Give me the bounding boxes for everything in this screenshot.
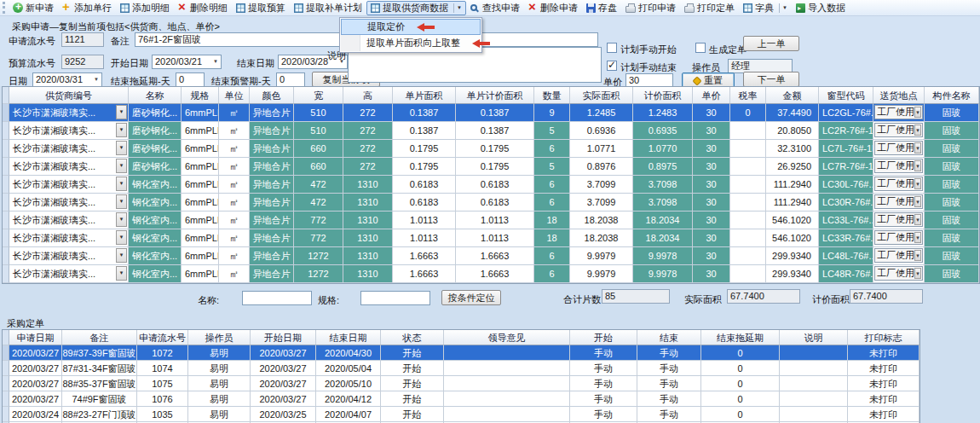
grid-cell[interactable]: 0.6183 bbox=[456, 176, 534, 194]
grid-cell[interactable]: 3.7099 bbox=[570, 176, 633, 194]
grid-cell[interactable]: 工厂使用▼ bbox=[873, 104, 925, 122]
table-row[interactable]: ▼长沙市潇湘玻璃实...钢化室内...6mmPLE...㎡异地合片1272131… bbox=[3, 265, 979, 283]
ship-location-select[interactable]: 工厂使用▼ bbox=[874, 194, 923, 209]
toolbar-button-9[interactable]: 存盘 bbox=[582, 1, 621, 15]
grid-cell[interactable]: 30 bbox=[693, 229, 730, 247]
column-header[interactable]: 领导意见 bbox=[444, 330, 570, 345]
grid-cell[interactable]: 1.6663 bbox=[393, 265, 456, 283]
grid-cell[interactable]: 1310 bbox=[343, 265, 393, 283]
grid-cell[interactable]: ▼长沙市潇湘玻璃实... bbox=[9, 194, 129, 212]
grid-cell[interactable]: ㎡ bbox=[219, 212, 250, 229]
request-no-field[interactable]: 1121 bbox=[61, 32, 104, 47]
toolbar-button-2[interactable]: 添加明细 bbox=[116, 1, 174, 15]
toolbar-button-5[interactable]: 提取补单计划 bbox=[290, 1, 366, 15]
grid-cell[interactable]: 异地合片 bbox=[250, 194, 294, 212]
chevron-down-icon[interactable]: ▼ bbox=[116, 266, 127, 281]
grid-cell[interactable] bbox=[730, 229, 766, 247]
grid-cell[interactable] bbox=[780, 376, 848, 391]
grid-cell[interactable]: 6mmPLE... bbox=[182, 247, 219, 265]
grid-cell[interactable]: 26.9250 bbox=[766, 158, 819, 176]
end-warn-field[interactable]: 0 bbox=[276, 72, 305, 87]
grid-cell[interactable]: 固玻 bbox=[925, 140, 979, 158]
grid-cell[interactable]: 30 bbox=[693, 104, 730, 122]
grid-cell[interactable]: 88#23-27F门顶玻 bbox=[62, 407, 137, 422]
chevron-down-icon[interactable]: ▼ bbox=[116, 105, 127, 119]
ship-location-select[interactable]: 工厂使用▼ bbox=[874, 123, 923, 137]
grid-cell[interactable]: 0.6183 bbox=[393, 194, 456, 212]
chevron-down-icon[interactable]: ▼ bbox=[914, 268, 921, 279]
grid-cell[interactable]: 工厂使用▼ bbox=[873, 265, 925, 283]
grid-cell[interactable] bbox=[444, 407, 570, 422]
ship-location-select[interactable]: 工厂使用▼ bbox=[874, 177, 923, 191]
date-select[interactable]: 2020/03/31▼ bbox=[32, 72, 102, 87]
grid-cell[interactable]: 9.9979 bbox=[570, 265, 633, 283]
table-row[interactable]: ▼长沙市潇湘玻璃实...磨砂钢化...6mmPLE...㎡异地合片6602720… bbox=[3, 158, 979, 176]
grid-cell[interactable]: 0.8976 bbox=[570, 158, 633, 176]
grid-cell[interactable]: 0.1795 bbox=[456, 158, 534, 176]
grid-cell[interactable] bbox=[780, 391, 848, 407]
grid-cell[interactable]: LC33L-76#... bbox=[819, 212, 873, 229]
grid-cell[interactable]: ㎡ bbox=[219, 122, 250, 140]
grid-cell[interactable]: 9.9978 bbox=[633, 247, 693, 265]
ship-location-select[interactable]: 工厂使用▼ bbox=[874, 212, 923, 227]
chevron-down-icon[interactable]: ▼ bbox=[92, 73, 99, 86]
column-header[interactable]: 送货地点 bbox=[873, 87, 925, 104]
column-header[interactable]: 计价面积 bbox=[633, 87, 693, 104]
grid-cell[interactable]: 0.1387 bbox=[456, 122, 534, 140]
grid-cell[interactable]: 2020/03/27 bbox=[251, 361, 316, 376]
grid-cell[interactable] bbox=[780, 407, 848, 422]
row-selector-gutter[interactable] bbox=[3, 140, 9, 158]
budget-no-field[interactable]: 9252 bbox=[61, 55, 104, 69]
column-header[interactable]: 开始 bbox=[570, 330, 637, 345]
grid-cell[interactable]: 37.4490 bbox=[766, 104, 819, 122]
column-header[interactable]: 申请流水号 bbox=[137, 330, 188, 345]
grid-cell[interactable]: 钢化室内... bbox=[129, 265, 182, 283]
chevron-down-icon[interactable]: ▼ bbox=[116, 194, 127, 209]
grid-cell[interactable]: 272 bbox=[343, 122, 393, 140]
chevron-down-icon[interactable]: ▼ bbox=[116, 141, 127, 155]
grid-cell[interactable]: 工厂使用▼ bbox=[873, 212, 925, 229]
row-selector-gutter[interactable] bbox=[3, 376, 9, 391]
grid-cell[interactable]: 6mmPLE... bbox=[182, 194, 219, 212]
grid-cell[interactable]: 开始 bbox=[381, 391, 444, 407]
grid-cell[interactable]: 钢化室内... bbox=[129, 194, 182, 212]
grid-cell[interactable]: 1076 bbox=[137, 391, 188, 407]
column-header[interactable]: 结束 bbox=[637, 330, 701, 345]
grid-cell[interactable]: 0 bbox=[701, 376, 780, 391]
chevron-down-icon[interactable]: ▼ bbox=[914, 160, 921, 171]
column-header[interactable]: 单位 bbox=[219, 87, 250, 104]
row-selector-gutter[interactable] bbox=[3, 391, 9, 407]
grid-cell[interactable]: 磨砂钢化... bbox=[129, 122, 182, 140]
grid-cell[interactable]: 异地合片 bbox=[250, 176, 294, 194]
grid-cell[interactable]: 30 bbox=[693, 158, 730, 176]
grid-cell[interactable]: 0.1387 bbox=[393, 104, 456, 122]
grid-cell[interactable]: 1072 bbox=[137, 345, 188, 361]
column-header[interactable]: 申请日期 bbox=[9, 330, 62, 345]
grid-cell[interactable]: 磨砂钢化... bbox=[129, 104, 182, 122]
grid-cell[interactable]: 472 bbox=[294, 194, 343, 212]
toolbar-button-6[interactable]: 提取供货商数据▼ bbox=[366, 1, 466, 15]
grid-cell[interactable]: 510 bbox=[294, 122, 343, 140]
grid-cell[interactable]: 2020/05/04 bbox=[316, 361, 381, 376]
grid-cell[interactable]: 异地合片 bbox=[250, 212, 294, 229]
grid-cell[interactable]: 异地合片 bbox=[250, 104, 294, 122]
row-selector-gutter[interactable] bbox=[3, 104, 9, 122]
grid-cell[interactable] bbox=[730, 265, 766, 283]
grid-cell[interactable]: ▼长沙市潇湘玻璃实... bbox=[9, 176, 129, 194]
grid-cell[interactable]: 工厂使用▼ bbox=[873, 122, 925, 140]
column-header[interactable]: 高 bbox=[343, 87, 393, 104]
grid-cell[interactable]: 手动 bbox=[570, 376, 637, 391]
grid-cell[interactable]: 手动 bbox=[637, 391, 701, 407]
grid-cell[interactable]: 2020/03/25 bbox=[251, 407, 316, 422]
grid-cell[interactable]: 1310 bbox=[343, 247, 393, 265]
grid-cell[interactable]: 未打印 bbox=[848, 345, 919, 361]
chevron-down-icon[interactable]: ▼ bbox=[914, 214, 921, 225]
grid-cell[interactable]: 手动 bbox=[570, 407, 637, 422]
row-selector-gutter[interactable] bbox=[3, 212, 9, 229]
row-selector-gutter[interactable] bbox=[3, 158, 9, 176]
grid-cell[interactable] bbox=[780, 345, 848, 361]
locator-spec-field[interactable] bbox=[360, 291, 430, 305]
column-header[interactable]: 税率 bbox=[730, 87, 766, 104]
toolbar-button-11[interactable]: 打印定单 bbox=[680, 1, 739, 15]
ship-location-select[interactable]: 工厂使用▼ bbox=[874, 141, 923, 155]
